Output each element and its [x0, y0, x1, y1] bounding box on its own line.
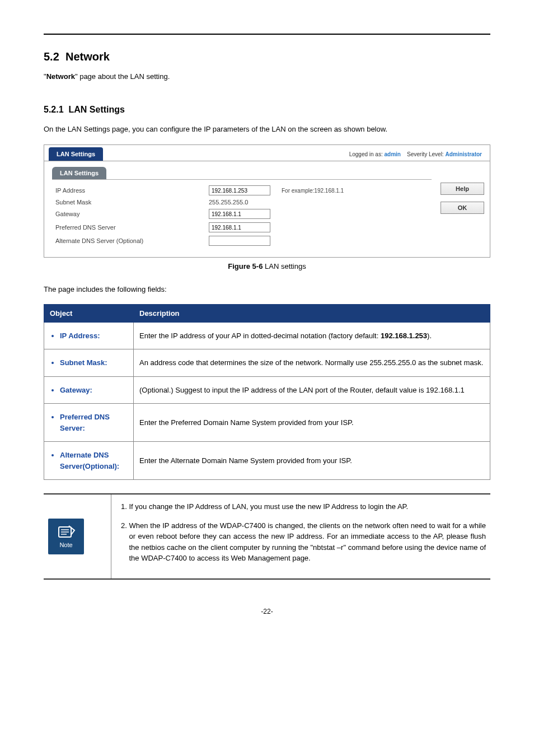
table-row: IP Address: Enter the IP address of your… — [44, 322, 490, 349]
label-gateway: Gateway — [52, 211, 209, 217]
obj-ip-address: IP Address: — [60, 330, 128, 342]
obj-preferred-dns: Preferred DNS Server: — [60, 412, 128, 433]
panel-subdivider — [52, 179, 432, 180]
label-subnet-mask: Subnet Mask — [52, 199, 209, 206]
desc-ip-address: Enter the IP address of your AP in dotte… — [134, 322, 490, 349]
table-row: Gateway: (Optional.) Suggest to input th… — [44, 376, 490, 404]
fields-intro: The page includes the following fields: — [44, 284, 490, 295]
table-row: Preferred DNS Server: Enter the Preferre… — [44, 404, 490, 442]
obj-subnet-mask: Subnet Mask: — [60, 357, 128, 368]
fields-table: Object Description IP Address: Enter the… — [44, 304, 490, 480]
hint-ip-address: For example:192.168.1.1 — [282, 188, 344, 194]
note-item-2: When the IP address of the WDAP-C7400 is… — [129, 520, 486, 564]
input-alternate-dns[interactable] — [209, 236, 270, 246]
note-icon: Note — [48, 519, 84, 554]
note-label: Note — [59, 542, 72, 548]
desc-gateway: (Optional.) Suggest to input the IP addr… — [134, 376, 490, 404]
th-object: Object — [44, 304, 134, 322]
input-ip-address[interactable] — [209, 185, 270, 195]
section-title: Network — [65, 50, 110, 63]
note-box: Note If you change the IP Address of LAN… — [44, 493, 490, 580]
input-preferred-dns[interactable] — [209, 222, 270, 232]
logged-in-user[interactable]: admin — [384, 151, 400, 157]
login-status: Logged in as: admin Severity Level: Admi… — [349, 151, 485, 157]
figure-caption: Figure 5-6 LAN settings — [44, 262, 490, 270]
label-preferred-dns: Preferred DNS Server — [52, 224, 209, 231]
table-row: Subnet Mask: An address code that determ… — [44, 349, 490, 377]
main-tab-lan-settings[interactable]: LAN Settings — [49, 147, 103, 161]
desc-alternate-dns: Enter the Alternate Domain Name System p… — [134, 442, 490, 480]
page-number: -22- — [44, 608, 490, 615]
section-intro: "Network" page about the LAN setting. — [44, 71, 490, 82]
label-alternate-dns: Alternate DNS Server (Optional) — [52, 237, 209, 244]
desc-preferred-dns: Enter the Preferred Domain Name System p… — [134, 404, 490, 442]
label-ip-address: IP Address — [52, 187, 209, 194]
desc-subnet-mask: An address code that determines the size… — [134, 349, 490, 377]
note-list: If you change the IP Address of LAN, you… — [116, 501, 486, 564]
ok-button[interactable]: OK — [441, 202, 484, 214]
value-subnet-mask: 255.255.255.0 — [209, 199, 248, 206]
section-heading: 5.2 Network — [44, 50, 490, 63]
subsection-heading: 5.2.1 LAN Settings — [44, 105, 490, 115]
lan-settings-screenshot: LAN Settings Logged in as: admin Severit… — [44, 144, 490, 258]
subsection-number: 5.2.1 — [44, 105, 64, 114]
obj-alternate-dns: Alternate DNS Server(Optional): — [60, 450, 128, 472]
section-number: 5.2 — [44, 50, 59, 63]
input-gateway[interactable] — [209, 209, 270, 219]
panel-tab-lan-settings[interactable]: LAN Settings — [52, 167, 106, 179]
table-row: Alternate DNS Server(Optional): Enter th… — [44, 442, 490, 480]
help-button[interactable]: Help — [441, 183, 484, 195]
subsection-title: LAN Settings — [68, 105, 124, 114]
obj-gateway: Gateway: — [60, 385, 128, 396]
top-rule — [44, 34, 490, 35]
note-item-1: If you change the IP Address of LAN, you… — [129, 501, 486, 512]
severity-level[interactable]: Administrator — [445, 151, 482, 157]
subsection-intro: On the LAN Settings page, you can config… — [44, 124, 490, 135]
th-description: Description — [134, 304, 490, 322]
